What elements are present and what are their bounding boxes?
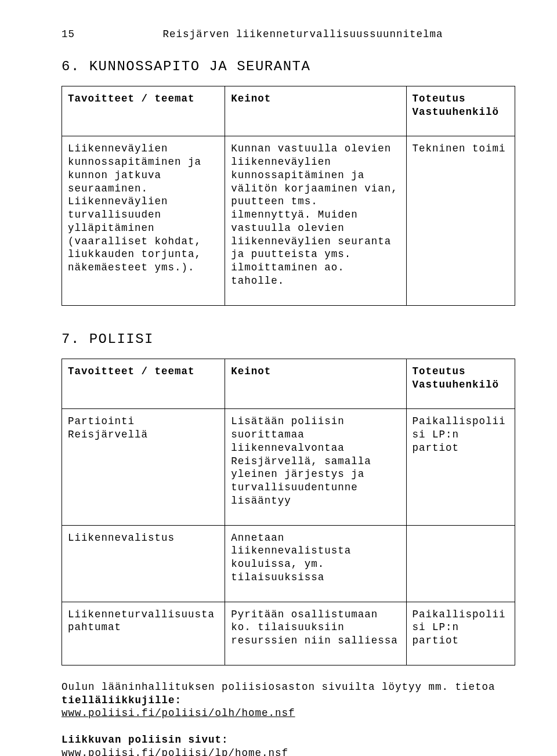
table-row: Liikennevalistus Annetaan liikennevalist… <box>62 525 515 602</box>
col-toteutus: Toteutus Vastuuhenkilö <box>406 86 515 136</box>
cell-tavoitteet: Liikenneväylien kunnossapitäminen ja kun… <box>62 136 225 305</box>
cell-toteutus <box>406 525 515 602</box>
cell-keinot: Annetaan liikennevalistusta kouluissa, y… <box>225 525 406 602</box>
cell-tavoitteet: Liikenneturvallisuusta pahtumat <box>62 602 225 665</box>
cell-toteutus: Paikallispoliisi LP:n partiot <box>406 409 515 525</box>
footer-link-1[interactable]: www.poliisi.fi/poliisi/olh/home.nsf <box>62 707 295 719</box>
page-number: 15 <box>62 28 75 40</box>
cell-tavoitteet: Partiointi Reisjärvellä <box>62 409 225 525</box>
cell-keinot: Lisätään poliisin suorittamaa liikenneva… <box>225 409 406 525</box>
cell-toteutus: Paikallispoliisi LP:n partiot <box>406 602 515 665</box>
section7-table: Tavoitteet / teemat Keinot Toteutus Vast… <box>62 359 515 665</box>
table-row: Liikenneväylien kunnossapitäminen ja kun… <box>62 136 515 305</box>
section6-table: Tavoitteet / teemat Keinot Toteutus Vast… <box>62 86 515 306</box>
col-tavoitteet: Tavoitteet / teemat <box>62 86 225 136</box>
cell-toteutus: Tekninen toimi <box>406 136 515 305</box>
col-toteutus: Toteutus Vastuuhenkilö <box>406 359 515 409</box>
footer-bold-label: tielläliikkujille: <box>62 694 182 706</box>
cell-keinot: Kunnan vastuulla olevien liikenneväylien… <box>225 136 406 305</box>
table-header-row: Tavoitteet / teemat Keinot Toteutus Vast… <box>62 86 515 136</box>
col-tavoitteet: Tavoitteet / teemat <box>62 359 225 409</box>
doc-title: Reisjärven liikenneturvallisuussuunnitel… <box>82 28 443 40</box>
cell-tavoitteet: Liikennevalistus <box>62 525 225 602</box>
footer-line-2-title: Liikkuvan poliisin sivut: <box>62 733 515 747</box>
section7-heading: 7. POLIISI <box>62 330 515 348</box>
footer-text: Oulun lääninhallituksen poliisiosaston s… <box>62 681 515 756</box>
table-header-row: Tavoitteet / teemat Keinot Toteutus Vast… <box>62 359 515 409</box>
table-row: Liikenneturvallisuusta pahtumat Pyritään… <box>62 602 515 665</box>
page-header: 15 Reisjärven liikenneturvallisuussuunni… <box>62 28 515 41</box>
col-keinot: Keinot <box>225 86 406 136</box>
section6-heading: 6. KUNNOSSAPITO JA SEURANTA <box>62 57 515 75</box>
col-keinot: Keinot <box>225 359 406 409</box>
page: 15 Reisjärven liikenneturvallisuussuunni… <box>0 0 557 756</box>
table-row: Partiointi Reisjärvellä Lisätään poliisi… <box>62 409 515 525</box>
footer-link-2[interactable]: www.poliisi.fi/poliisi/lp/home.nsf <box>62 747 288 756</box>
footer-line: Oulun lääninhallituksen poliisiosaston s… <box>62 681 515 694</box>
cell-keinot: Pyritään osallistumaan ko. tilaisuuksiin… <box>225 602 406 665</box>
